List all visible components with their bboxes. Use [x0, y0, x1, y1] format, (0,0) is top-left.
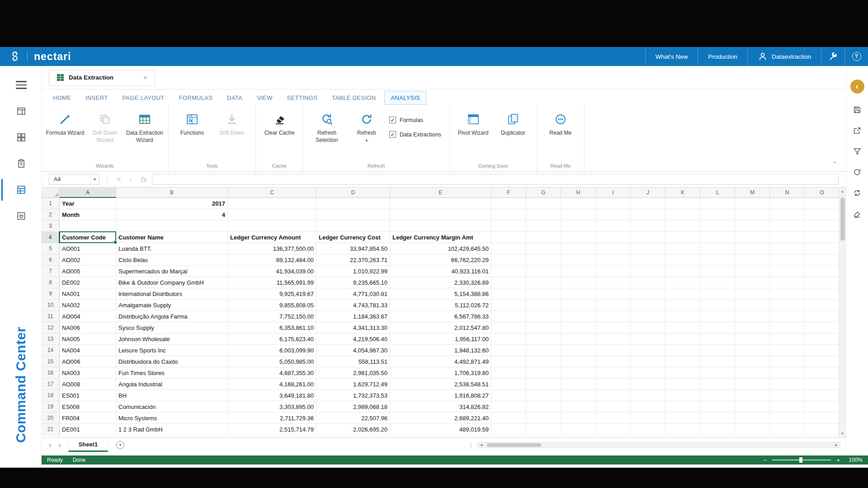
cell-O7[interactable] [805, 266, 840, 277]
cell-B9[interactable]: International Distributors [116, 288, 228, 300]
cell-G4[interactable] [526, 232, 561, 243]
cell-M12[interactable] [735, 322, 770, 333]
cell-E19[interactable]: 314,826.82 [390, 401, 491, 413]
cell-K16[interactable] [665, 367, 700, 379]
cell-D6[interactable]: 22,370,263.71 [316, 254, 390, 266]
cell-J5[interactable] [631, 243, 665, 254]
cell-G21[interactable] [526, 424, 561, 435]
cell-N8[interactable] [770, 277, 805, 288]
cell-J20[interactable] [631, 413, 665, 424]
cell-O11[interactable] [805, 311, 840, 322]
cell-C3[interactable] [228, 221, 316, 232]
cell-H8[interactable] [561, 277, 596, 288]
cell-G13[interactable] [526, 333, 561, 345]
sheet-tab-sheet1[interactable]: Sheet1 [68, 438, 108, 452]
cell-B1[interactable]: 2017 [116, 198, 228, 209]
cell-H16[interactable] [561, 367, 596, 379]
column-header-H[interactable]: H [561, 188, 596, 198]
drill-down-wizard-button[interactable]: Drill Down Wizard [85, 109, 125, 144]
cell-B4[interactable]: Customer Name [116, 232, 228, 243]
cell-A17[interactable]: AO008 [60, 379, 116, 390]
cell-D2[interactable] [316, 209, 390, 221]
cell-B6[interactable]: Ciclo Belas [116, 254, 228, 266]
cell-I18[interactable] [596, 390, 631, 401]
column-header-N[interactable]: N [770, 188, 805, 198]
cell-O13[interactable] [805, 333, 840, 345]
ribbon-tab-page-layout[interactable]: PAGE LAYOUT [116, 91, 170, 104]
cell-B3[interactable] [116, 221, 228, 232]
cell-N13[interactable] [770, 333, 805, 345]
cell-D21[interactable]: 2,026,695.20 [316, 424, 390, 435]
cell-F21[interactable] [491, 424, 526, 435]
drill-down-button[interactable]: Drill Down [212, 109, 252, 137]
menu-button[interactable] [1, 74, 40, 96]
cell-I8[interactable] [596, 277, 631, 288]
sidebar-item-report[interactable] [1, 100, 40, 122]
cell-B5[interactable]: Luanda BTT. [116, 243, 228, 254]
cell-J10[interactable] [631, 300, 665, 311]
cell-I14[interactable] [596, 345, 631, 356]
name-box-caret-icon[interactable]: ▼ [90, 174, 99, 184]
cell-A16[interactable]: NA003 [60, 367, 116, 379]
cell-J19[interactable] [631, 401, 665, 413]
cell-J11[interactable] [631, 311, 665, 322]
cell-L9[interactable] [700, 288, 735, 300]
row-header-17[interactable]: 17 [42, 379, 60, 390]
cell-M2[interactable] [735, 209, 770, 221]
cell-M17[interactable] [735, 379, 770, 390]
cell-J12[interactable] [631, 322, 665, 333]
read-me-button[interactable]: Read Me [541, 109, 580, 137]
sidebar-item-favorites[interactable] [1, 205, 40, 227]
cell-C2[interactable] [228, 209, 316, 221]
cell-D18[interactable]: 1,732,373.53 [316, 390, 390, 401]
row-header-5[interactable]: 5 [42, 243, 60, 254]
cell-K5[interactable] [665, 243, 700, 254]
row-header-2[interactable]: 2 [42, 209, 60, 221]
cell-J21[interactable] [631, 424, 665, 435]
functions-button[interactable]: 123 fx Functions [172, 109, 212, 137]
cell-F10[interactable] [491, 300, 526, 311]
cell-L10[interactable] [700, 300, 735, 311]
cell-E17[interactable]: 2,538,548.51 [390, 379, 491, 390]
cell-L15[interactable] [700, 356, 735, 367]
cell-I6[interactable] [596, 254, 631, 266]
cell-C21[interactable]: 2,515,714.79 [228, 424, 316, 435]
export-icon[interactable] [853, 126, 862, 135]
clear-cache-button[interactable]: Clear Cache [259, 109, 299, 137]
cell-D16[interactable]: 2,981,035.50 [316, 367, 390, 379]
sidebar-item-dashboards[interactable] [1, 127, 40, 148]
cell-F9[interactable] [491, 288, 526, 300]
cell-B10[interactable]: Amalgamate Supply [116, 300, 228, 311]
formula-wizard-button[interactable]: Formula Wizard [45, 109, 85, 137]
ribbon-tab-view[interactable]: VIEW [251, 91, 278, 104]
cell-O8[interactable] [805, 277, 840, 288]
cell-N19[interactable] [770, 401, 805, 413]
cell-B8[interactable]: Bike & Outdoor Company GmbH [116, 277, 228, 288]
row-header-1[interactable]: 1 [42, 198, 60, 209]
cell-C17[interactable]: 4,168,261.00 [228, 379, 316, 390]
row-header-8[interactable]: 8 [42, 277, 60, 288]
cell-C10[interactable]: 9,855,808.05 [228, 300, 316, 311]
cell-G3[interactable] [526, 221, 561, 232]
cell-G19[interactable] [526, 401, 561, 413]
cell-M1[interactable] [735, 198, 770, 209]
zoom-slider-thumb[interactable] [799, 457, 802, 463]
cell-A10[interactable]: NA002 [60, 300, 116, 311]
splitter-handle-icon[interactable]: ⋮ [468, 441, 474, 448]
vertical-scrollbar[interactable]: ▲ ▼ [839, 188, 846, 437]
cell-E11[interactable]: 6,567,786.33 [390, 311, 491, 322]
cell-M11[interactable] [735, 311, 770, 322]
cell-G20[interactable] [526, 413, 561, 424]
cell-A8[interactable]: DE002 [60, 277, 116, 288]
cell-A4[interactable]: Customer Code [60, 232, 116, 243]
cell-J17[interactable] [631, 379, 665, 390]
ribbon-tab-insert[interactable]: INSERT [80, 91, 113, 104]
cell-N6[interactable] [770, 254, 805, 266]
row-header-15[interactable]: 15 [42, 356, 60, 367]
column-header-M[interactable]: M [735, 188, 770, 198]
row-header-19[interactable]: 19 [42, 401, 60, 413]
cell-I7[interactable] [596, 266, 631, 277]
cell-M13[interactable] [735, 333, 770, 345]
refresh-selection-button[interactable]: Refresh Selection [307, 109, 347, 144]
cell-E13[interactable]: 1,956,117.00 [390, 333, 491, 345]
